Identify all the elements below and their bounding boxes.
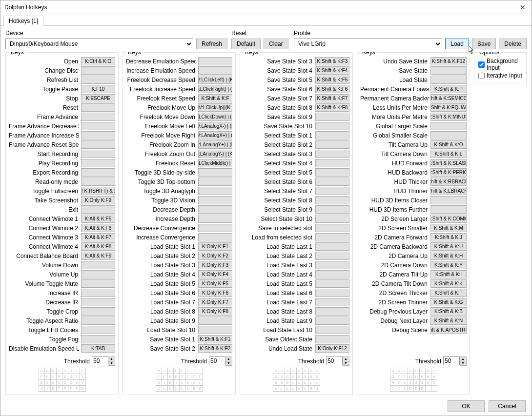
- hotkey-binding-button[interactable]: K:Only K:F1: [198, 242, 232, 251]
- hotkey-binding-button[interactable]: K:Shift & K:F: [198, 94, 232, 102]
- hotkey-binding-button[interactable]: K:Only K:F6: [198, 289, 232, 297]
- hotkey-binding-button[interactable]: [315, 196, 349, 204]
- hotkey-binding-button[interactable]: [198, 57, 232, 65]
- hotkey-binding-button[interactable]: [315, 317, 349, 325]
- hotkey-binding-button[interactable]: Shift & K:EQUAL: [430, 103, 467, 112]
- hotkey-binding-button[interactable]: [81, 205, 115, 214]
- hotkey-binding-button[interactable]: [198, 196, 232, 204]
- hotkey-binding-button[interactable]: K:Shift & K:J: [430, 233, 467, 241]
- hotkey-binding-button[interactable]: K:Shift & K:F1: [198, 335, 232, 343]
- hotkey-binding-button[interactable]: K:Shift & K:N: [430, 317, 467, 325]
- hotkey-binding-button[interactable]: :Shift & K:SLASH: [430, 159, 467, 167]
- hotkey-binding-button[interactable]: K:Only K:F9: [81, 196, 115, 204]
- hotkey-binding-button[interactable]: [81, 168, 115, 177]
- threshold-input[interactable]: [326, 357, 343, 365]
- hotkey-binding-button[interactable]: [81, 140, 115, 149]
- hotkey-binding-button[interactable]: [198, 178, 232, 186]
- hotkey-binding-button[interactable]: :LAnalogY-) | (K:S: [198, 150, 232, 158]
- hotkey-binding-button[interactable]: K:Only K:F7: [198, 298, 232, 306]
- hotkey-binding-button[interactable]: [315, 178, 349, 186]
- hotkey-binding-button[interactable]: [315, 233, 349, 241]
- hotkey-binding-button[interactable]: K:Shift & K:P: [430, 85, 467, 93]
- hotkey-binding-button[interactable]: K:Shift & K:B: [430, 307, 467, 316]
- hotkey-binding-button[interactable]: [315, 159, 349, 167]
- spin-down-icon[interactable]: ▼: [460, 361, 466, 365]
- hotkey-binding-button[interactable]: [81, 326, 115, 334]
- hotkey-binding-button[interactable]: K:Alt & K:F8: [81, 242, 115, 251]
- hotkey-binding-button[interactable]: [81, 131, 115, 139]
- hotkey-binding-button[interactable]: K:Shift & K:F6: [315, 85, 349, 93]
- refresh-button[interactable]: Refresh: [196, 39, 227, 49]
- hotkey-binding-button[interactable]: K:Shift & K:I: [430, 270, 467, 278]
- hotkey-binding-button[interactable]: hift & K:SEMICOL: [430, 94, 467, 102]
- hotkey-binding-button[interactable]: hift & K:RBRACK: [430, 178, 467, 186]
- spin-down-icon[interactable]: ▼: [225, 361, 232, 365]
- hotkey-binding-button[interactable]: K:Only K:F2: [198, 252, 232, 260]
- hotkey-binding-button[interactable]: [81, 159, 115, 167]
- hotkey-binding-button[interactable]: [81, 103, 115, 112]
- hotkey-binding-button[interactable]: :LAnalogY+) | (K:S: [198, 140, 232, 149]
- hotkey-binding-button[interactable]: [315, 252, 349, 260]
- hotkey-binding-button[interactable]: [315, 326, 349, 334]
- hotkey-binding-button[interactable]: K:Shift & K:F12: [430, 57, 467, 65]
- hotkey-binding-button[interactable]: [81, 279, 115, 288]
- spin-up-icon[interactable]: ▲: [460, 357, 466, 361]
- hotkey-binding-button[interactable]: [81, 261, 115, 269]
- hotkey-binding-button[interactable]: ift & K:APOSTRO: [430, 326, 467, 334]
- hotkey-binding-button[interactable]: [198, 187, 232, 195]
- default-button[interactable]: Default: [231, 39, 261, 49]
- hotkey-binding-button[interactable]: :LClickRight) | (K: [198, 85, 232, 93]
- hotkey-binding-button[interactable]: K:Shift & K:H: [430, 252, 467, 260]
- hotkey-binding-button[interactable]: [315, 289, 349, 297]
- spin-down-icon[interactable]: ▼: [343, 361, 349, 365]
- hotkey-binding-button[interactable]: [81, 66, 115, 75]
- hotkey-binding-button[interactable]: K:Shift & K:G: [430, 298, 467, 306]
- spin-up-icon[interactable]: ▲: [225, 357, 232, 361]
- hotkey-binding-button[interactable]: [81, 270, 115, 278]
- hotkey-binding-button[interactable]: [315, 131, 349, 139]
- hotkey-binding-button[interactable]: [198, 326, 232, 334]
- iterative-input-checkbox[interactable]: [478, 73, 485, 79]
- device-select[interactable]: DInput/0/Keyboard Mouse: [5, 39, 193, 49]
- hotkey-binding-button[interactable]: [198, 205, 232, 214]
- tab-hotkeys[interactable]: Hotkeys [1]: [3, 16, 43, 26]
- hotkey-binding-button[interactable]: K:Shift & K:U: [430, 242, 467, 251]
- hotkey-binding-button[interactable]: K:Alt & K:F9: [81, 252, 115, 260]
- background-input-checkbox[interactable]: [478, 61, 485, 68]
- hotkey-binding-button[interactable]: [198, 317, 232, 325]
- hotkey-binding-button[interactable]: [81, 335, 115, 343]
- cancel-button[interactable]: Cancel: [489, 400, 526, 412]
- hotkey-binding-button[interactable]: [430, 205, 467, 214]
- hotkey-binding-button[interactable]: [81, 289, 115, 297]
- threshold-input[interactable]: [443, 357, 460, 365]
- hotkey-binding-button[interactable]: [81, 178, 115, 186]
- hotkey-binding-button[interactable]: [315, 270, 349, 278]
- hotkey-binding-button[interactable]: K:ESCAPE: [81, 94, 115, 102]
- threshold-input[interactable]: [92, 357, 108, 365]
- hotkey-binding-button[interactable]: K:F10: [81, 85, 115, 93]
- hotkey-binding-button[interactable]: K:Only K:F8: [198, 307, 232, 316]
- hotkey-binding-button[interactable]: [81, 317, 115, 325]
- hotkey-binding-button[interactable]: [430, 131, 467, 139]
- hotkey-binding-button[interactable]: [198, 233, 232, 241]
- hotkey-binding-button[interactable]: [315, 168, 349, 177]
- hotkey-binding-button[interactable]: [315, 205, 349, 214]
- hotkey-binding-button[interactable]: [315, 261, 349, 269]
- hotkey-binding-button[interactable]: /:LClickLeft) | (K:: [198, 76, 232, 84]
- hotkey-binding-button[interactable]: K:Shift & K:Y: [430, 261, 467, 269]
- hotkey-binding-button[interactable]: [315, 307, 349, 316]
- load-button[interactable]: Load: [445, 39, 469, 49]
- hotkey-binding-button[interactable]: [81, 150, 115, 158]
- hotkey-binding-button[interactable]: K:Alt & K:F7: [81, 233, 115, 241]
- hotkey-binding-button[interactable]: LClickDown) | (K: [198, 113, 232, 121]
- spin-up-icon[interactable]: ▲: [343, 357, 349, 361]
- hotkey-binding-button[interactable]: K:Alt & K:F5: [81, 215, 115, 223]
- hotkey-binding-button[interactable]: [315, 242, 349, 251]
- hotkey-binding-button[interactable]: V:LClickUp)|(K:S: [198, 103, 232, 112]
- hotkey-binding-button[interactable]: K:Shift & K:F5: [315, 76, 349, 84]
- clear-button[interactable]: Clear: [264, 39, 288, 49]
- hotkey-binding-button[interactable]: K:Shift & K:F4: [315, 66, 349, 75]
- hotkey-binding-button[interactable]: [315, 215, 349, 223]
- hotkey-binding-button[interactable]: [315, 140, 349, 149]
- hotkey-binding-button[interactable]: /:LAnalogX-) | (K:: [198, 122, 232, 130]
